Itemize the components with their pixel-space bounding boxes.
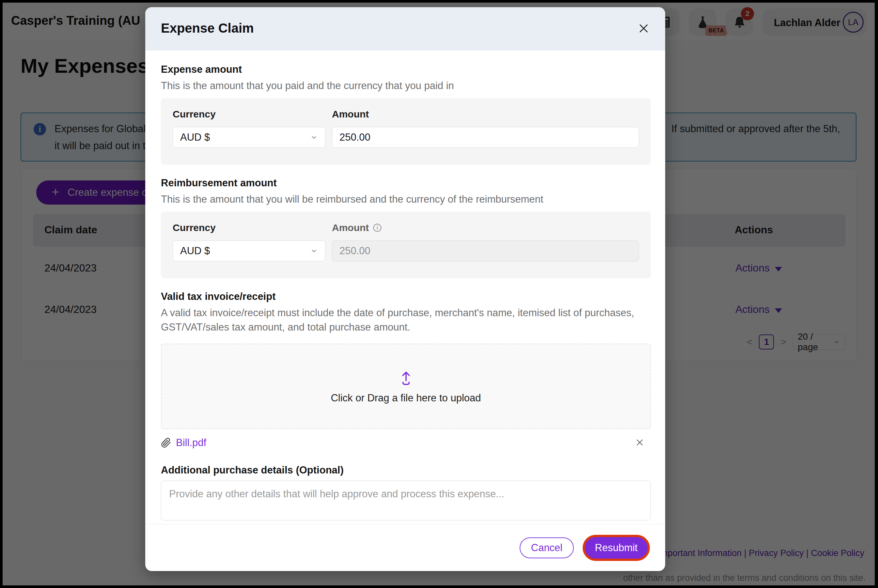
remove-file-button[interactable]: [633, 436, 646, 449]
file-dropzone[interactable]: Click or Drag a file here to upload: [161, 344, 651, 429]
uploaded-file-row: Bill.pdf: [161, 436, 651, 450]
chevron-down-icon: [310, 134, 318, 141]
resubmit-button[interactable]: Resubmit: [585, 537, 648, 559]
modal-title: Expense Claim: [161, 21, 254, 36]
modal-header: Expense Claim: [145, 7, 665, 51]
chevron-down-icon: [310, 247, 318, 255]
expense-currency-select[interactable]: AUD $: [173, 127, 326, 148]
receipt-description: A valid tax invoice/receipt must include…: [161, 306, 644, 334]
receipt-heading: Valid tax invoice/receipt: [161, 291, 651, 303]
app-page: Casper's Training (AU BETA 2 Lachlan Ald…: [3, 3, 875, 585]
reimbursement-amount-input: [332, 240, 639, 261]
reimbursement-currency-value: AUD $: [180, 245, 210, 257]
modal-footer: Cancel Resubmit: [145, 524, 665, 571]
upload-text: Click or Drag a file here to upload: [331, 392, 481, 404]
currency-label: Currency: [173, 222, 326, 233]
reimbursement-amount-panel: Currency AUD $ Amount: [161, 212, 651, 278]
close-icon: [636, 21, 651, 36]
expense-currency-value: AUD $: [180, 132, 210, 143]
amount-label: Amount: [332, 109, 639, 120]
remove-file-icon: [634, 436, 645, 448]
expense-amount-panel: Currency AUD $ Amount: [161, 98, 651, 165]
uploaded-file-link[interactable]: Bill.pdf: [176, 437, 206, 448]
expense-amount-heading: Expense amount: [161, 64, 651, 75]
amount-label: Amount: [332, 222, 369, 233]
expense-amount-description: This is the amount that you paid and the…: [161, 79, 644, 93]
currency-label: Currency: [173, 109, 326, 120]
paperclip-icon: [161, 438, 171, 448]
reimbursement-amount-heading: Reimbursement amount: [161, 177, 651, 189]
upload-icon: [397, 369, 415, 386]
close-button[interactable]: [636, 21, 651, 36]
details-heading: Additional purchase details (Optional): [161, 464, 651, 476]
cancel-button[interactable]: Cancel: [519, 537, 574, 558]
reimbursement-amount-description: This is the amount that you will be reim…: [161, 192, 644, 207]
modal-body: Expense amount This is the amount that y…: [145, 51, 665, 522]
info-icon: [373, 223, 382, 232]
expense-amount-input[interactable]: [332, 127, 639, 148]
expense-claim-modal: Expense Claim Expense amount This is the…: [145, 7, 665, 571]
details-textarea[interactable]: [161, 481, 651, 520]
reimbursement-currency-select[interactable]: AUD $: [173, 240, 326, 261]
